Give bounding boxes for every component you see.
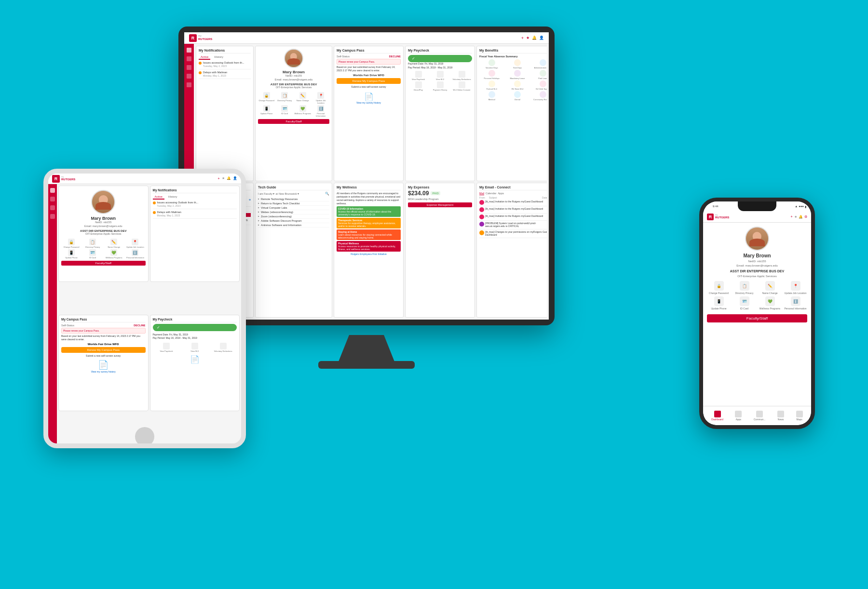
- renew-campus-pass-button[interactable]: Renew My Campus Pass: [337, 78, 401, 84]
- action-update-phone[interactable]: 📱 Update Phone: [258, 105, 275, 117]
- tablet-bell-icon[interactable]: 🔔: [227, 176, 231, 181]
- add-icon[interactable]: +: [521, 36, 524, 40]
- phone-action-personal[interactable]: ℹ️ Personal Information: [784, 296, 807, 310]
- paycheck-action-direct[interactable]: Direct/Pay: [408, 81, 429, 91]
- phone-faculty-button[interactable]: Faculty/Staff: [707, 314, 807, 322]
- paid-leave-icon: [540, 70, 546, 77]
- action-wellness[interactable]: 💚 Wellness Programs: [294, 105, 312, 117]
- phone-action-id[interactable]: 🪪 ID Card: [732, 296, 756, 310]
- phone-app-ui: 9:44 ▲ ●●● ▮ R my RUTGERS: [703, 201, 811, 425]
- notif-tab-active[interactable]: Active: [199, 55, 210, 60]
- search-icon[interactable]: 🔍: [325, 192, 329, 196]
- star-icon[interactable]: ★: [526, 36, 529, 40]
- paycheck-action-consent[interactable]: W-4 Online Consent: [451, 81, 472, 91]
- tablet-action-wellness[interactable]: 💚 Wellness Programs: [104, 249, 124, 259]
- tablet-sidebar-settings[interactable]: [50, 214, 55, 219]
- tablet-action-directory[interactable]: 📋 Directory Privacy: [82, 239, 103, 248]
- action-personal-info[interactable]: ℹ️ Personal Information: [312, 105, 330, 117]
- desktop-header: R my RUTGERS + ★ 🔔 👤: [184, 32, 549, 44]
- phone-nav-community[interactable]: Commun...: [754, 411, 765, 421]
- tablet-voluntary[interactable]: Voluntary Deductions: [209, 343, 237, 352]
- tablet-tab-history[interactable]: History: [166, 195, 179, 200]
- tablet-star-icon[interactable]: ★: [222, 176, 225, 181]
- tablet-action-phone[interactable]: 📱 Update Phone: [61, 249, 81, 259]
- phone-action-name[interactable]: ✏️ Name Change: [758, 281, 782, 294]
- tech-item-6[interactable]: Adobe Software Discount Program: [258, 219, 329, 223]
- tablet-action-location[interactable]: 📍 Update Job Location: [125, 239, 145, 248]
- sidebar-icon-grid[interactable]: [187, 48, 191, 53]
- tech-item-7[interactable]: Antivirus Software and Information: [258, 223, 329, 228]
- phone-settings-icon[interactable]: ⚙: [804, 215, 807, 219]
- tablet-tab-active[interactable]: Active: [153, 195, 164, 200]
- phone-silhouette: [746, 228, 768, 250]
- tablet-faculty-btn[interactable]: Faculty/Staff: [61, 261, 146, 266]
- tablet-sidebar-menu[interactable]: [50, 197, 55, 201]
- phone-action-wellness[interactable]: 💚 Wellness Programs: [758, 296, 782, 310]
- action-id-card[interactable]: 🪪 ID Card: [276, 105, 294, 117]
- phone-add-icon[interactable]: +: [790, 214, 793, 219]
- tablet-sidebar-apps[interactable]: [50, 205, 55, 210]
- email-tab-mail[interactable]: Mail: [479, 192, 484, 195]
- tech-item-1[interactable]: Remote Technology Resources: [258, 197, 329, 201]
- sidebar-icon-menu[interactable]: [187, 56, 191, 61]
- phone-action-location[interactable]: 📍 Update Job Location: [784, 281, 807, 294]
- admin-leave-icon: [540, 59, 546, 66]
- monitor-stand: [338, 335, 395, 364]
- action-name[interactable]: ✏️ Name Change: [294, 92, 312, 104]
- paycheck-action-view[interactable]: View Paycheck: [408, 71, 429, 80]
- paycheck-action-history[interactable]: Payment History: [430, 81, 450, 91]
- paycheck-action-deductions[interactable]: Voluntary Deductions: [451, 71, 472, 80]
- phone-action-phone[interactable]: 📱 Update Phone: [707, 296, 731, 310]
- phone-nav-dashboard-label: Dashboard: [711, 418, 723, 421]
- phone-nav-dashboard[interactable]: Dashboard: [711, 411, 723, 421]
- view-history-link[interactable]: View my survey history: [337, 101, 401, 104]
- phone-action-password[interactable]: 🔒 Change Password: [707, 281, 731, 294]
- benefit-state-w4: RU State W-4: [505, 80, 529, 90]
- tech-item-5[interactable]: Zoom (videoconferencing): [258, 214, 329, 219]
- tech-item-3[interactable]: Virtual Computer Labs: [258, 206, 329, 210]
- tablet-user-icon[interactable]: 👤: [233, 176, 237, 181]
- faculty-staff-button[interactable]: Faculty/Staff: [258, 119, 329, 124]
- action-change-password[interactable]: 🔒 Change Password: [258, 92, 275, 104]
- tablet-sidebar-dashboard[interactable]: [50, 188, 55, 193]
- phone-nav-news[interactable]: News: [777, 411, 784, 421]
- email-value: mary.brown@rutgers.edu: [283, 78, 313, 81]
- email-tab-calendar[interactable]: Calendar: [486, 192, 496, 195]
- tablet-add-icon[interactable]: +: [217, 176, 220, 181]
- phone-nav-apps[interactable]: Apps: [735, 411, 742, 421]
- tablet-action-password[interactable]: 🔒 Change Password: [61, 239, 81, 248]
- tech-item-2[interactable]: Return to Rutgers Tech Checklist: [258, 201, 329, 206]
- tablet-action-personal[interactable]: ℹ️ Personal Information: [125, 249, 145, 259]
- phone-action-directory[interactable]: 📋 Directory Privacy: [732, 281, 756, 294]
- phone-nav-maps[interactable]: Maps: [796, 411, 803, 421]
- tech-item-4[interactable]: Webex (videoconferencing): [258, 210, 329, 214]
- email-tab-apps[interactable]: Apps: [498, 192, 504, 195]
- profile-avatar: [284, 49, 303, 68]
- action-job-location[interactable]: 📍 Update Job Location: [312, 92, 330, 104]
- bell-icon[interactable]: 🔔: [532, 36, 537, 40]
- action-directory[interactable]: 📋 Directory Privacy: [276, 92, 294, 104]
- tablet-loc-icon: 📍: [132, 239, 138, 245]
- phone-email: Email: mary.brown@rutgers.edu: [736, 264, 778, 268]
- phone-bell-icon[interactable]: 🔔: [799, 215, 803, 219]
- sidebar-icon-more[interactable]: [187, 82, 191, 87]
- tablet-actions: 🔒 Change Password 📋 Directory Privacy ✏️: [61, 239, 146, 259]
- employees-first-link[interactable]: Rutgers Employees First Initiative: [337, 253, 401, 255]
- notif-tab-history[interactable]: History: [212, 55, 225, 60]
- tablet-header: R my RUTGERS + ★ 🔔 👤: [48, 174, 241, 184]
- tablet-view-w2[interactable]: View W-2: [181, 343, 208, 352]
- tablet-renew-btn[interactable]: Renew My Campus Pass: [61, 347, 146, 353]
- user-icon[interactable]: 👤: [539, 36, 544, 40]
- tablet-view-paycheck[interactable]: View Paycheck: [153, 343, 180, 352]
- paycheck-action-w2[interactable]: View W-2: [430, 71, 450, 80]
- sidebar-icon-settings[interactable]: [187, 74, 191, 79]
- phone-nav-community-icon: [756, 411, 763, 417]
- tablet-action-name[interactable]: ✏️ Name Change: [104, 239, 124, 248]
- sidebar-icon-apps[interactable]: [187, 65, 191, 70]
- tablet-view-history[interactable]: View my survey history: [61, 370, 146, 373]
- tablet-action-id[interactable]: 🪪 ID Card: [82, 249, 103, 259]
- phone-star-icon[interactable]: ★: [794, 215, 797, 219]
- tablet-home-button[interactable]: [135, 427, 154, 446]
- expense-management-button[interactable]: Expense Management: [408, 202, 472, 207]
- survey-description: Based on your last submitted survey from…: [337, 66, 401, 72]
